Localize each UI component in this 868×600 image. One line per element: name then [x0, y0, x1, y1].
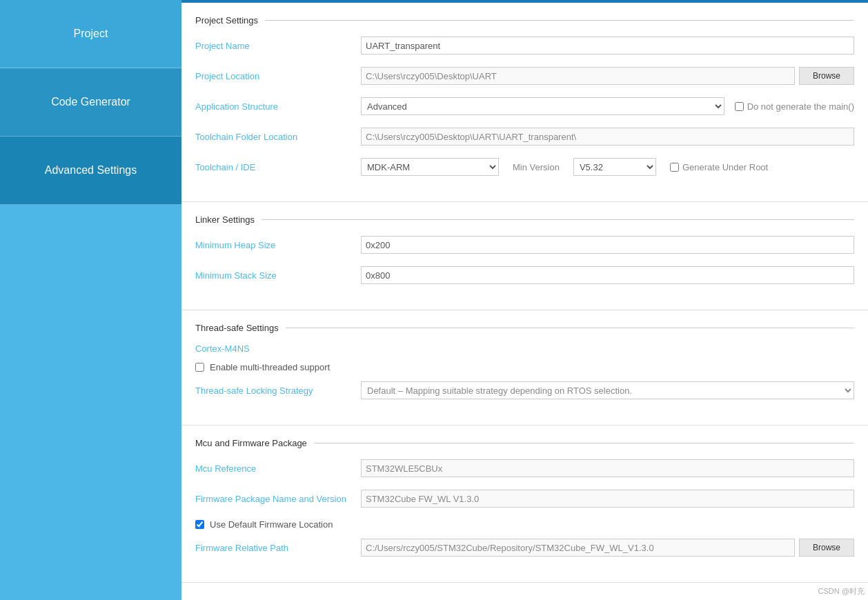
project-location-field-group: Browse	[361, 67, 854, 85]
application-structure-row: Application Structure Advanced Do not ge…	[195, 97, 854, 116]
enable-multithreaded-checkbox[interactable]	[195, 363, 204, 372]
enable-multithreaded-row: Enable multi-threaded support	[195, 362, 854, 372]
project-location-label: Project Location	[195, 71, 361, 81]
sidebar-item-code-generator[interactable]: Code Generator	[0, 68, 181, 137]
mcu-reference-row: Mcu Reference	[195, 459, 854, 478]
sidebar-item-project[interactable]: Project	[0, 0, 181, 68]
firmware-package-label: Firmware Package Name and Version	[195, 494, 361, 504]
project-name-row: Project Name	[195, 36, 854, 55]
project-name-label: Project Name	[195, 41, 361, 51]
enable-multithreaded-label: Enable multi-threaded support	[210, 362, 330, 372]
project-settings-section: Project Settings Project Name Project Lo…	[181, 3, 868, 202]
thread-safe-settings-header: Thread-safe Settings	[195, 317, 854, 333]
sidebar-advanced-settings-label: Advanced Settings	[45, 164, 137, 176]
application-structure-select[interactable]: Advanced	[361, 97, 724, 115]
do-not-generate-main-checkbox-label[interactable]: Do not generate the main()	[735, 101, 854, 112]
min-heap-label: Minimum Heap Size	[195, 240, 361, 250]
min-version-label: Min Version	[513, 162, 560, 172]
toolchain-folder-label: Toolchain Folder Location	[195, 132, 361, 142]
cortex-label: Cortex-M4NS	[195, 343, 854, 354]
project-location-browse-button[interactable]: Browse	[799, 67, 854, 85]
do-not-generate-main-checkbox[interactable]	[735, 102, 744, 111]
toolchain-select[interactable]: MDK-ARM	[361, 158, 499, 176]
generate-under-root-label[interactable]: Generate Under Root	[670, 162, 768, 172]
mcu-firmware-section: Mcu and Firmware Package Mcu Reference F…	[181, 426, 868, 583]
sidebar-item-advanced-settings[interactable]: Advanced Settings	[0, 137, 181, 205]
project-name-input[interactable]	[361, 37, 854, 54]
min-stack-input[interactable]	[361, 266, 854, 284]
sidebar: Project Code Generator Advanced Settings	[0, 0, 181, 600]
thread-safe-settings-section: Thread-safe Settings Cortex-M4NS Enable …	[181, 310, 868, 426]
firmware-package-input[interactable]	[361, 490, 854, 508]
thread-strategy-row: Thread-safe Locking Strategy Default – M…	[195, 381, 854, 400]
firmware-path-browse-button[interactable]: Browse	[799, 539, 854, 557]
linker-settings-header: Linker Settings	[195, 209, 854, 225]
use-default-firmware-label: Use Default Firmware Location	[210, 519, 333, 530]
sidebar-project-label: Project	[74, 28, 108, 39]
project-settings-header: Project Settings	[195, 10, 854, 26]
min-version-select[interactable]: V5.32	[573, 158, 656, 176]
toolchain-ide-row: Toolchain / IDE MDK-ARM Min Version V5.3…	[195, 157, 854, 177]
mcu-reference-input[interactable]	[361, 459, 854, 477]
application-structure-label: Application Structure	[195, 101, 361, 112]
toolchain-folder-row: Toolchain Folder Location	[195, 127, 854, 146]
min-heap-row: Minimum Heap Size	[195, 235, 854, 254]
linker-settings-section: Linker Settings Minimum Heap Size Minimu…	[181, 202, 868, 310]
main-content: Project Settings Project Name Project Lo…	[181, 0, 868, 600]
toolchain-ide-label: Toolchain / IDE	[195, 162, 361, 172]
min-stack-row: Minimum Stack Size	[195, 266, 854, 285]
project-location-row: Project Location Browse	[195, 66, 854, 86]
min-heap-input[interactable]	[361, 236, 854, 254]
use-default-firmware-row: Use Default Firmware Location	[195, 519, 854, 530]
thread-strategy-label: Thread-safe Locking Strategy	[195, 386, 361, 396]
mcu-reference-label: Mcu Reference	[195, 463, 361, 474]
firmware-path-field-group: Browse	[361, 539, 854, 557]
generate-under-root-checkbox[interactable]	[670, 163, 679, 172]
toolchain-folder-input[interactable]	[361, 128, 854, 146]
toolchain-controls: MDK-ARM Min Version V5.32 Generate Under…	[361, 158, 854, 176]
thread-strategy-select[interactable]: Default – Mapping suitable strategy depe…	[361, 381, 854, 399]
firmware-path-input[interactable]	[361, 539, 795, 557]
use-default-firmware-checkbox[interactable]	[195, 520, 204, 529]
sidebar-code-generator-label: Code Generator	[51, 96, 130, 108]
firmware-package-row: Firmware Package Name and Version	[195, 489, 854, 508]
min-stack-label: Minimum Stack Size	[195, 270, 361, 281]
watermark: CSDN @时充	[818, 586, 865, 597]
project-location-input[interactable]	[361, 67, 795, 85]
firmware-path-row: Firmware Relative Path Browse	[195, 538, 854, 557]
mcu-firmware-header: Mcu and Firmware Package	[195, 432, 854, 448]
firmware-path-label: Firmware Relative Path	[195, 543, 361, 553]
